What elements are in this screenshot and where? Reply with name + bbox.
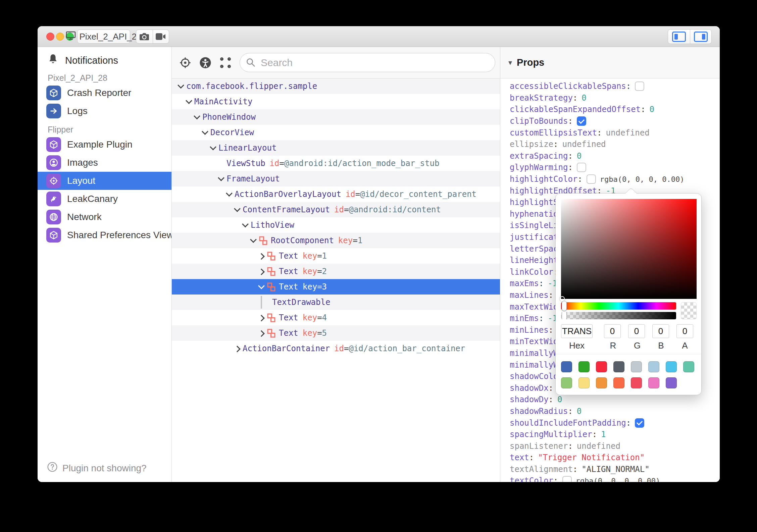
tree-row[interactable]: Text key=5 xyxy=(172,325,500,341)
tree-row[interactable]: Text key=4 xyxy=(172,310,500,325)
prop-value[interactable]: 0 xyxy=(582,93,586,103)
chevron-icon[interactable] xyxy=(258,269,264,274)
prop-value[interactable]: undefined xyxy=(577,441,620,451)
tree-row[interactable]: Text key=3 xyxy=(172,279,500,295)
sidebar-plugin-item[interactable]: Crash Reporter xyxy=(38,84,171,102)
tree-row[interactable]: ContentFrameLayout id=@android:id/conten… xyxy=(172,202,500,217)
chevron-icon[interactable] xyxy=(194,115,200,119)
prop-value[interactable]: 0 xyxy=(557,395,562,404)
tree-row[interactable]: RootComponent key=1 xyxy=(172,233,500,248)
hue-slider[interactable] xyxy=(561,302,676,310)
color-swatch[interactable] xyxy=(613,377,624,388)
tree-row[interactable]: LinearLayout xyxy=(172,140,500,156)
prop-value[interactable]: 0 xyxy=(650,105,654,114)
prop-checkbox[interactable] xyxy=(635,418,644,428)
close-button[interactable] xyxy=(46,33,54,41)
color-swatch[interactable] xyxy=(666,377,677,388)
tree-row[interactable]: DecorView xyxy=(172,125,500,140)
props-section-header[interactable]: ▾ Props xyxy=(500,47,720,78)
color-swatch[interactable] xyxy=(613,361,624,372)
prop-value[interactable]: "Trigger Notification" xyxy=(538,453,645,462)
chevron-icon[interactable] xyxy=(258,284,264,289)
tree-row[interactable]: ActionBarOverlayLayout id=@id/decor_cont… xyxy=(172,187,500,202)
screen-record-button[interactable] xyxy=(153,30,169,43)
sidebar-item-notifications[interactable]: Notifications xyxy=(38,52,171,68)
prop-value[interactable]: undefined xyxy=(606,128,650,138)
color-swatch[interactable] xyxy=(596,361,607,372)
chevron-icon[interactable] xyxy=(234,346,240,351)
chevron-icon[interactable] xyxy=(210,146,216,150)
device-selector-button[interactable]: Pixel_2_API_28 xyxy=(77,30,130,44)
chevron-icon[interactable] xyxy=(202,130,208,135)
tree-row[interactable]: com.facebook.flipper.sample xyxy=(172,78,500,94)
saturation-cursor[interactable] xyxy=(560,296,565,301)
color-swatch[interactable] xyxy=(561,377,572,388)
prop-value[interactable]: 1 xyxy=(601,430,606,439)
prop-value[interactable]: rgba(0, 0, 0, 0.00) xyxy=(576,477,660,482)
sidebar-plugin-item[interactable]: Layout xyxy=(38,172,171,190)
chevron-icon[interactable] xyxy=(258,315,264,320)
prop-checkbox[interactable] xyxy=(562,476,572,482)
sidebar-plugin-item[interactable]: LeakCanary xyxy=(38,190,171,208)
alpha-input[interactable] xyxy=(676,324,693,338)
color-swatch[interactable] xyxy=(666,361,677,372)
target-mode-button[interactable] xyxy=(179,57,192,69)
color-swatch[interactable] xyxy=(578,377,590,388)
chevron-icon[interactable] xyxy=(186,99,192,104)
color-swatch[interactable] xyxy=(648,361,659,372)
prop-checkbox[interactable] xyxy=(577,163,586,172)
prop-checkbox[interactable] xyxy=(577,116,586,126)
sidebar-plugin-item[interactable]: Shared Preferences Viewer xyxy=(38,226,171,244)
chevron-icon[interactable] xyxy=(258,296,264,309)
chevron-icon[interactable] xyxy=(258,331,264,335)
chevron-icon[interactable] xyxy=(258,254,264,258)
tree-row[interactable]: ViewStub id=@android:id/action_mode_bar_… xyxy=(172,156,500,171)
prop-value[interactable]: "ALIGN_NORMAL" xyxy=(582,465,649,474)
color-swatch[interactable] xyxy=(631,361,642,372)
saturation-brightness-field[interactable] xyxy=(561,199,697,299)
tree-row[interactable]: Text key=2 xyxy=(172,264,500,279)
search-input[interactable] xyxy=(240,53,495,72)
tree-row[interactable]: FrameLayout xyxy=(172,171,500,187)
color-swatch[interactable] xyxy=(578,361,590,372)
plugin-not-showing-link[interactable]: Plugin not showing? xyxy=(47,462,147,475)
minimize-button[interactable] xyxy=(56,33,64,41)
sidebar-plugin-item[interactable]: Example Plugin xyxy=(38,136,171,154)
alpha-slider-handle[interactable] xyxy=(562,312,567,319)
green-input[interactable] xyxy=(628,324,645,338)
prop-checkbox[interactable] xyxy=(587,174,596,184)
color-swatch[interactable] xyxy=(561,361,572,372)
chevron-icon[interactable] xyxy=(226,192,232,197)
chevron-icon[interactable] xyxy=(234,207,240,212)
toggle-left-sidebar-button[interactable] xyxy=(668,30,690,44)
prop-value[interactable]: rgba(0, 0, 0, 0.00) xyxy=(600,175,685,183)
sidebar-plugin-item[interactable]: Network xyxy=(38,208,171,226)
select-element-button[interactable] xyxy=(219,56,232,69)
color-swatch[interactable] xyxy=(631,377,642,388)
prop-value[interactable]: undefined xyxy=(562,140,606,149)
accessibility-mode-button[interactable] xyxy=(199,57,212,69)
tree-row[interactable]: ActionBarContainer id=@id/action_bar_con… xyxy=(172,341,500,356)
chevron-icon[interactable] xyxy=(250,238,256,243)
titlebar[interactable]: Pixel_2_API_28 xyxy=(38,26,720,47)
prop-value[interactable]: 0 xyxy=(577,407,582,416)
prop-value[interactable]: 0 xyxy=(577,151,582,161)
tree-row[interactable]: TextDrawable xyxy=(172,295,500,310)
chevron-icon[interactable] xyxy=(218,176,224,181)
screenshot-button[interactable] xyxy=(136,30,153,43)
prop-checkbox[interactable] xyxy=(635,82,644,91)
color-swatch[interactable] xyxy=(683,361,694,372)
sidebar-plugin-item[interactable]: Images xyxy=(38,154,171,172)
alpha-slider[interactable] xyxy=(561,312,676,319)
tree-row[interactable]: MainActivity xyxy=(172,94,500,109)
chevron-icon[interactable] xyxy=(242,223,248,227)
sidebar-plugin-item[interactable]: Logs xyxy=(38,102,171,120)
blue-input[interactable] xyxy=(652,324,669,338)
color-swatch[interactable] xyxy=(596,377,607,388)
tree-row[interactable]: Text key=1 xyxy=(172,248,500,264)
hex-input[interactable] xyxy=(561,324,593,338)
toggle-right-sidebar-button[interactable] xyxy=(690,30,712,44)
hue-slider-handle[interactable] xyxy=(562,301,567,311)
tree-row[interactable]: PhoneWindow xyxy=(172,109,500,125)
tree-row[interactable]: LithoView xyxy=(172,217,500,233)
